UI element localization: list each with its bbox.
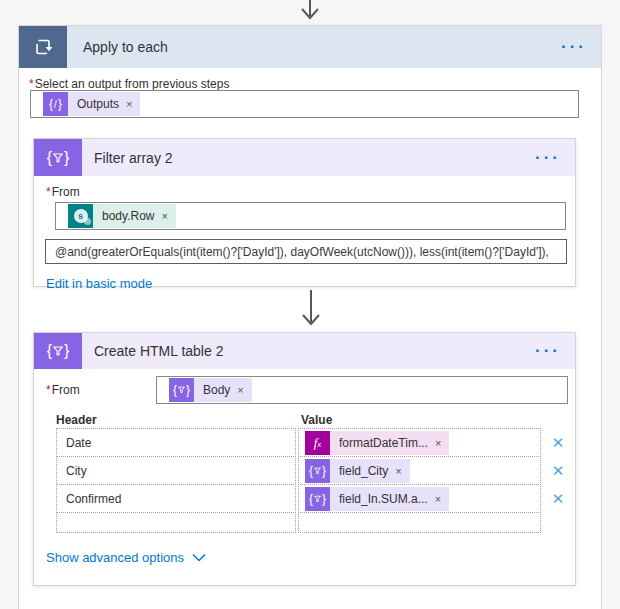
edit-basic-mode-link[interactable]: Edit in basic mode [46,276,152,291]
header-value-table: Date fx formatDateTim...× ✕ City [56,428,575,533]
required-mark: * [46,185,51,199]
sharepoint-icon: s [68,204,93,228]
token-remove-icon[interactable]: × [237,384,243,396]
from-label: *From [34,383,156,397]
token-remove-icon[interactable]: × [395,465,401,477]
scope-title: Apply to each [67,26,561,68]
required-mark: * [29,77,34,91]
delete-row-icon[interactable]: ✕ [541,484,575,513]
braces-slash-icon: {/} [43,92,68,116]
show-advanced-options-link[interactable]: Show advanced options [46,550,206,565]
filter-from-input[interactable]: s body.Row× [55,202,566,230]
expression-token[interactable]: fx formatDateTim...× [305,431,449,455]
connector-arrow-top [296,0,324,25]
fx-icon: fx [305,431,330,455]
body-token[interactable]: {} Body× [169,378,252,402]
header-cell[interactable]: City [56,456,296,485]
filter-expression-field[interactable]: @and(greaterOrEquals(int(item()?['DayId'… [45,239,567,264]
more-menu-icon[interactable]: ··· [535,139,575,176]
body-row-token[interactable]: s body.Row× [68,204,176,228]
braces-funnel-icon: {} [169,378,194,402]
braces-funnel-icon: {} [34,139,82,176]
flow-designer-canvas: Apply to each ··· *Select an output from… [0,0,620,609]
more-menu-icon[interactable]: ··· [561,26,601,68]
filter-array-card: {} Filter array 2 ··· *From s body.Row× … [33,138,576,287]
header-cell[interactable] [56,512,296,533]
braces-funnel-icon: {} [305,459,330,483]
delete-row-icon[interactable]: ✕ [541,428,575,457]
apply-to-each-loop-icon [19,26,67,68]
field-city-token[interactable]: {} field_City× [305,459,410,483]
filter-array-header[interactable]: {} Filter array 2 ··· [34,139,575,176]
connector-arrow-mid [297,290,325,332]
create-html-table-header[interactable]: {} Create HTML table 2 ··· [34,333,575,369]
create-html-table-card: {} Create HTML table 2 ··· *From {} Body… [33,332,576,586]
token-remove-icon[interactable]: × [161,210,167,222]
token-remove-icon[interactable]: × [126,98,132,110]
header-cell[interactable]: Confirmed [56,484,296,513]
field-sum-token[interactable]: {} field_In.SUM.a...× [305,487,449,511]
apply-to-each-scope: Apply to each ··· *Select an output from… [18,25,602,609]
apply-to-each-header[interactable]: Apply to each ··· [19,26,601,68]
value-cell[interactable]: {} field_City× [298,456,541,485]
select-output-input[interactable]: {/} Outputs× [30,90,579,118]
delete-row-icon[interactable]: ✕ [541,456,575,485]
column-label-header: Header [56,413,301,427]
table-row: Confirmed {} field_In.SUM.a...× ✕ [56,484,575,513]
braces-funnel-icon: {} [305,487,330,511]
token-remove-icon[interactable]: × [435,437,441,449]
card-title: Create HTML table 2 [82,333,535,369]
column-label-value: Value [301,413,332,427]
value-cell[interactable]: fx formatDateTim...× [298,428,541,457]
value-cell[interactable] [298,512,541,533]
from-label: *From [46,185,575,199]
header-cell[interactable]: Date [56,428,296,457]
token-remove-icon[interactable]: × [435,493,441,505]
required-mark: * [46,383,51,397]
more-menu-icon[interactable]: ··· [535,333,575,369]
card-title: Filter array 2 [82,139,535,176]
select-output-label: *Select an output from previous steps [29,77,229,91]
table-row [56,512,575,533]
table-from-input[interactable]: {} Body× [156,376,568,404]
braces-funnel-icon: {} [34,333,82,369]
value-cell[interactable]: {} field_In.SUM.a...× [298,484,541,513]
table-row: Date fx formatDateTim...× ✕ [56,428,575,457]
table-row: City {} field_City× ✕ [56,456,575,485]
chevron-down-icon [192,553,206,562]
outputs-token[interactable]: {/} Outputs× [43,92,140,116]
